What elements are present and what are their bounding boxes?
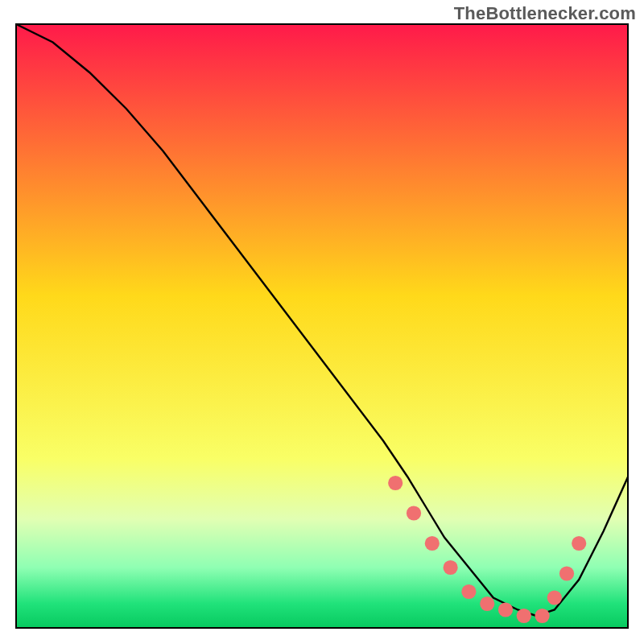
highlight-marker xyxy=(498,602,513,617)
highlight-marker xyxy=(572,536,586,551)
watermark-text: TheBottlenecker.com xyxy=(454,3,636,24)
chart-container: TheBottlenecker.com xyxy=(0,0,644,644)
highlight-marker xyxy=(407,506,421,520)
highlight-marker xyxy=(517,609,531,623)
highlight-marker xyxy=(535,609,550,623)
highlight-marker xyxy=(547,590,562,605)
highlight-marker xyxy=(425,536,440,551)
gradient-background xyxy=(16,24,628,628)
highlight-marker xyxy=(461,584,476,599)
highlight-marker xyxy=(480,597,494,611)
highlight-marker xyxy=(388,476,402,490)
highlight-marker xyxy=(559,566,574,580)
bottleneck-chart xyxy=(0,0,644,644)
highlight-marker xyxy=(444,560,458,575)
